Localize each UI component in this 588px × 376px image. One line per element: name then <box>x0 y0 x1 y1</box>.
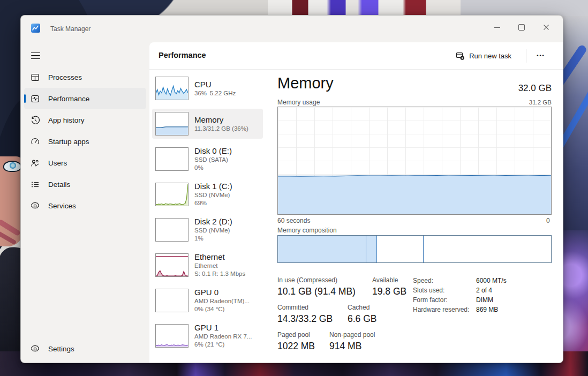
perf-item-sub: 36% 5.22 GHz <box>194 89 236 97</box>
sidebar-item-users[interactable]: Users <box>24 152 146 174</box>
settings-container: Settings <box>21 338 149 359</box>
sidebar-item-settings[interactable]: Settings <box>24 338 146 359</box>
sidebar-item-label: Processes <box>48 73 82 81</box>
sidebar-item-startup-apps[interactable]: Startup apps <box>24 131 146 152</box>
sidebar-item-processes[interactable]: Processes <box>24 66 146 88</box>
header-divider <box>526 49 526 63</box>
stat-value-cached: 6.6 GB <box>348 312 376 326</box>
perf-item-cpu[interactable]: CPU36% 5.22 GHz <box>152 73 263 103</box>
composition-segment-standby <box>377 236 424 262</box>
perf-item-sub: 0% (34 °C) <box>194 305 250 313</box>
processes-icon <box>31 73 40 82</box>
memory-thumbnail-chart <box>155 112 189 136</box>
memory-usage-chart[interactable] <box>277 107 552 215</box>
stat-label: Paged pool <box>277 330 329 339</box>
stat-value-committed: 14.3/33.2 GB <box>277 312 348 326</box>
detail-value-slots: 2 of 4 <box>476 285 492 295</box>
perf-item-sub: 6% (21 °C) <box>194 341 252 349</box>
minimize-button[interactable] <box>485 17 509 38</box>
maximize-icon <box>518 24 525 31</box>
minimize-icon <box>494 27 500 28</box>
sidebar-item-label: Performance <box>48 95 89 103</box>
navigation-menu-button[interactable] <box>29 48 46 64</box>
perf-item-disk1[interactable]: Disk 1 (C:)SSD (NVMe)69% <box>152 179 263 209</box>
perf-item-gpu1[interactable]: GPU 1AMD Radeon RX 7...6% (21 °C) <box>152 321 263 351</box>
stat-value-nonpaged-pool: 914 MB <box>329 339 375 353</box>
window-title: Task Manager <box>50 25 91 33</box>
sidebar-item-app-history[interactable]: App history <box>24 109 146 131</box>
perf-item-sub: 0% <box>194 164 232 172</box>
perf-item-title: Disk 2 (D:) <box>194 217 232 227</box>
content-panel: Performance Run new task ••• CPU36% 5.22… <box>149 42 563 363</box>
perf-item-gpu0[interactable]: GPU 0AMD Radeon(TM)...0% (34 °C) <box>152 285 263 315</box>
close-button[interactable] <box>534 17 559 38</box>
task-manager-window: Task Manager Processes Performance App h… <box>20 15 563 363</box>
detail-value-hw-reserved: 869 MB <box>476 305 498 314</box>
perf-item-sub: Ethernet <box>194 262 245 270</box>
composition-segment-modified <box>366 236 377 262</box>
window-controls <box>485 17 559 38</box>
perf-item-disk0[interactable]: Disk 0 (E:)SSD (SATA)0% <box>152 144 263 174</box>
disk1-thumbnail-chart <box>155 183 189 206</box>
history-clock-icon <box>31 116 40 125</box>
run-new-task-label: Run new task <box>469 52 511 60</box>
perf-item-sub: SSD (NVMe) <box>194 227 232 235</box>
sidebar-item-services[interactable]: Services <box>24 195 146 216</box>
perf-item-ethernet[interactable]: EthernetEthernetS: 0.1 R: 1.3 Mbps <box>152 250 263 280</box>
perf-item-sub: AMD Radeon(TM)... <box>194 297 250 305</box>
services-gear-icon <box>31 201 40 210</box>
perf-item-memory[interactable]: Memory11.3/31.2 GB (36%) <box>152 109 263 139</box>
detail-value-form-factor: DIMM <box>476 295 493 305</box>
perf-item-sub: S: 0.1 R: 1.3 Mbps <box>194 270 245 278</box>
sidebar-item-performance[interactable]: Performance <box>24 88 146 109</box>
close-icon <box>543 24 549 31</box>
settings-gear-icon <box>31 344 40 354</box>
stat-label: In use (Compressed) <box>277 276 372 284</box>
title-bar[interactable]: Task Manager <box>21 16 563 42</box>
gpu1-thumbnail-chart <box>155 324 189 348</box>
sidebar-item-label: Settings <box>48 345 74 353</box>
memory-usage-plot <box>278 107 551 214</box>
perf-item-disk2[interactable]: Disk 2 (D:)SSD (NVMe)1% <box>152 215 263 245</box>
stat-value-available: 19.8 GB <box>372 284 406 298</box>
stat-label: Cached <box>348 303 376 312</box>
chart-x-axis-right-label: 0 <box>546 217 550 224</box>
memory-hardware-details: Speed:6000 MT/s Slots used:2 of 4 Form f… <box>413 276 507 314</box>
sidebar-item-details[interactable]: Details <box>24 174 146 195</box>
memory-composition-bar[interactable] <box>277 235 552 263</box>
run-new-task-button[interactable]: Run new task <box>450 48 517 64</box>
memory-pane-title: Memory <box>277 74 334 92</box>
detail-label: Slots used: <box>413 285 476 295</box>
perf-item-title: Ethernet <box>194 252 245 262</box>
performance-icon <box>31 94 40 103</box>
detail-label: Hardware reserved: <box>413 305 476 314</box>
composition-segment-free <box>424 236 551 262</box>
composition-segment-in-use <box>278 236 366 262</box>
sidebar-item-label: App history <box>48 116 85 124</box>
perf-item-sub: 69% <box>194 199 232 207</box>
memory-total-capacity: 32.0 GB <box>518 83 552 94</box>
performance-list: CPU36% 5.22 GHz Memory11.3/31.2 GB (36%)… <box>152 73 263 356</box>
stat-value-in-use: 10.1 GB (91.4 MB) <box>277 284 372 298</box>
gauge-icon <box>31 137 40 146</box>
perf-item-sub: 1% <box>194 235 232 243</box>
perf-item-title: Disk 1 (C:) <box>194 182 232 191</box>
perf-item-title: GPU 0 <box>194 288 250 297</box>
task-manager-logo-icon <box>31 24 40 33</box>
ethernet-thumbnail-chart <box>155 253 189 277</box>
sidebar-item-label: Startup apps <box>48 138 89 146</box>
perf-item-title: GPU 1 <box>194 323 252 333</box>
perf-item-sub: SSD (NVMe) <box>194 191 232 199</box>
perf-item-title: CPU <box>194 80 236 89</box>
perf-item-title: Memory <box>194 115 248 125</box>
content-header: Performance Run new task ••• <box>149 42 563 70</box>
more-options-button[interactable]: ••• <box>531 48 551 64</box>
disk0-thumbnail-chart <box>155 147 189 171</box>
stat-value-paged-pool: 1022 MB <box>277 339 329 353</box>
page-title: Performance <box>159 51 206 59</box>
run-new-task-icon <box>456 51 465 61</box>
maximize-button[interactable] <box>509 17 534 38</box>
memory-composition-label: Memory composition <box>277 227 337 234</box>
sidebar: Processes Performance App history Startu… <box>21 66 149 216</box>
sidebar-item-label: Details <box>48 181 70 189</box>
